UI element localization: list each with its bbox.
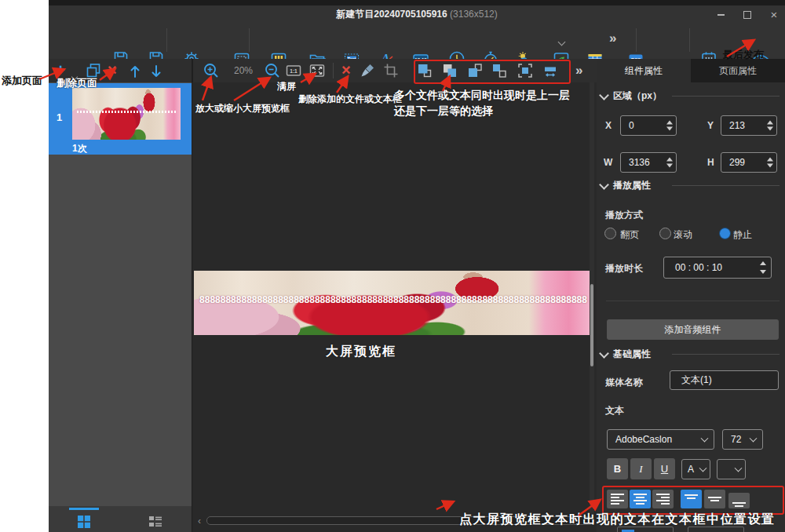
y-input[interactable]: 213: [721, 115, 777, 136]
h-label: H: [707, 157, 714, 168]
close-button[interactable]: ×: [765, 9, 783, 20]
align-v-middle-button[interactable]: [704, 490, 725, 508]
canvas-toolbar-more-button[interactable]: »: [575, 64, 582, 77]
annotation-layer-line2: 还是下一层等的选择: [394, 104, 493, 118]
toolbar-separator: [689, 28, 690, 52]
scroll-left-arrow[interactable]: ‹: [198, 516, 201, 527]
layer-hstretch-button[interactable]: [541, 61, 560, 80]
bold-button[interactable]: B: [607, 458, 628, 479]
text-section-label: 文本: [605, 404, 624, 417]
active-view-indicator: [69, 508, 99, 510]
maximize-icon: [743, 11, 751, 19]
section-basic-title: 基础属性: [613, 348, 651, 361]
fit-screen-button[interactable]: [308, 61, 327, 80]
layer-front-button[interactable]: [415, 61, 434, 80]
toolbar-separator: [636, 28, 637, 52]
play-duration-input[interactable]: 00 : 00 : 10: [663, 257, 772, 279]
play-mode-radio-3[interactable]: [719, 228, 731, 239]
layer-fill-button[interactable]: [516, 61, 535, 80]
add-page-button[interactable]: +: [56, 61, 65, 78]
annotation-zoom: 放大或缩小大屏预览框: [195, 102, 290, 115]
maximize-button[interactable]: [739, 9, 756, 20]
play-mode-label-2[interactable]: 滚动: [674, 228, 692, 242]
toolbar-separator: [166, 28, 167, 52]
font-size-select[interactable]: 72: [722, 429, 763, 450]
window-title: 新建节目20240705105916 (3136x512): [49, 8, 785, 21]
align-v-top-button[interactable]: [681, 490, 702, 508]
play-mode-label: 播放方式: [605, 209, 643, 222]
background-color-select[interactable]: [717, 459, 746, 479]
x-value: 0: [629, 120, 634, 131]
svg-text:1:1: 1:1: [290, 68, 298, 74]
table-dropdown-caret[interactable]: [559, 34, 564, 48]
media-name-input[interactable]: 文本(1): [670, 370, 779, 390]
crop-button[interactable]: [382, 61, 400, 80]
h-value: 299: [729, 157, 745, 168]
layer-forward-button[interactable]: [466, 61, 484, 80]
play-mode-radio-2[interactable]: [659, 228, 671, 239]
annotation-delete-item: 删除添加的文件或文本框: [298, 93, 402, 106]
underline-button[interactable]: U: [654, 458, 675, 479]
zoom-out-button[interactable]: [263, 61, 282, 80]
toolbar-more-button[interactable]: »: [609, 31, 616, 45]
page-thumbnail[interactable]: [72, 88, 181, 140]
program-title: 新建节目20240705105916: [336, 9, 447, 20]
align-v-bottom-button[interactable]: [728, 493, 750, 508]
italic-button[interactable]: I: [630, 458, 652, 479]
y-spinner[interactable]: [767, 121, 773, 131]
play-duration-value: 00 : 00 : 10: [675, 262, 722, 273]
w-label: W: [604, 157, 612, 168]
x-input[interactable]: 0: [620, 115, 677, 136]
h-spinner[interactable]: [767, 158, 773, 168]
page-play-count: 1次: [72, 142, 87, 155]
close-icon: ×: [771, 8, 778, 21]
add-audio-button[interactable]: 添加音频组件: [607, 319, 779, 340]
text-component[interactable]: 8888888888888888888888888888888888888888…: [194, 294, 593, 305]
actual-size-button[interactable]: 1:1: [284, 61, 303, 80]
move-page-up-button[interactable]: [126, 62, 144, 81]
y-label: Y: [707, 120, 714, 131]
play-mode-label-1[interactable]: 翻页: [620, 228, 639, 242]
divider: [606, 301, 780, 301]
x-spinner[interactable]: [666, 121, 673, 131]
zoom-in-button[interactable]: [202, 61, 221, 80]
tab-component-properties[interactable]: 组件属性: [597, 59, 691, 82]
section-divider: [672, 96, 780, 97]
align-h-right-button[interactable]: [652, 490, 674, 508]
titlebar-top-strip: [49, 0, 785, 5]
w-input[interactable]: 3136: [620, 152, 677, 173]
section-play-title: 播放属性: [613, 179, 651, 192]
section-area-title: 区域（px）: [613, 89, 662, 103]
minimize-button[interactable]: [712, 9, 729, 20]
list-view-button[interactable]: [146, 512, 165, 531]
duration-spinner[interactable]: [760, 261, 766, 274]
layer-backward-button[interactable]: [490, 61, 509, 80]
play-mode-label-3[interactable]: 静止: [733, 228, 752, 242]
delete-component-button[interactable]: ×: [341, 62, 351, 78]
grid-view-button[interactable]: [75, 512, 93, 531]
w-spinner[interactable]: [666, 158, 673, 168]
annotation-layer-line1: 多个文件或文本同时出现时是上一层: [394, 89, 570, 103]
chevron-down-icon: [735, 465, 743, 472]
media-name-value: 文本(1): [681, 373, 712, 387]
align-h-center-button[interactable]: [630, 490, 651, 508]
chevron-down-icon: [750, 435, 758, 443]
screen-preview-stage[interactable]: 8888888888888888888888888888888888888888…: [194, 271, 593, 335]
media-name-label: 媒体名称: [605, 376, 643, 389]
move-page-down-button[interactable]: [147, 62, 166, 81]
chevron-down-icon: [558, 38, 566, 46]
toolbar-separator: [333, 63, 334, 78]
font-family-select[interactable]: AdobeCaslon: [607, 429, 714, 450]
tab-page-properties[interactable]: 页面属性: [691, 59, 785, 82]
layer-back-button[interactable]: [440, 61, 459, 80]
w-value: 3136: [629, 157, 650, 168]
delete-page-button[interactable]: ×: [108, 62, 117, 78]
toolbar-separator: [249, 28, 250, 52]
play-mode-radio-1[interactable]: [604, 228, 616, 239]
align-h-left-button[interactable]: [607, 490, 628, 508]
font-color-select[interactable]: A: [681, 459, 710, 479]
h-input[interactable]: 299: [721, 152, 777, 173]
clear-screen-button[interactable]: [360, 61, 378, 80]
section-divider: [672, 185, 780, 186]
vertical-scrollbar-thumb[interactable]: [590, 284, 593, 366]
